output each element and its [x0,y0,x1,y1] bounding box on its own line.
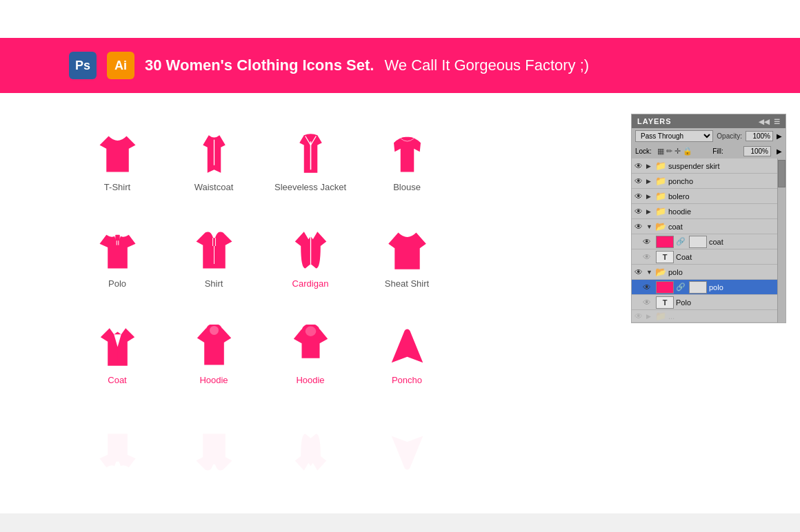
expand-icon[interactable]: ▶ [646,163,653,170]
blouse-icon [385,132,430,176]
icon-hoodie1[interactable]: Hoodie [166,307,262,403]
hoodie2-label: Hoodie [296,375,324,385]
chain-icon: 🔗 [676,283,686,291]
layer-coat-thumb[interactable]: 👁 🔗 coat [632,234,786,249]
layer-polo-thumb[interactable]: 👁 🔗 polo [632,280,786,295]
eye-icon[interactable]: 👁 [634,267,644,277]
layer-coat-folder[interactable]: 👁 ▼ 📂 coat [632,219,786,234]
layer-name-suspender-skirt: suspender skirt [668,162,783,170]
icons-grid: T-Shirt Waistcoat Sleeveless Jacket [69,114,631,500]
tshirt-label: T-Shirt [104,182,130,192]
layer-name-coat-text: Coat [676,253,783,261]
icon-reflection-3 [262,403,359,500]
icon-reflection-4 [359,403,455,500]
polo-label: Polo [108,278,126,289]
folder-icon: 📁 [655,176,666,186]
lock-bar: Lock: ▦ ✏ ✛ 🔒 Fill: ▶ [632,144,786,158]
icon-blouse[interactable]: Blouse [359,114,455,210]
fill-label: Fill: [712,147,723,155]
coat-label: Coat [108,375,126,385]
svg-point-9 [305,327,316,336]
eye-icon[interactable]: 👁 [634,207,644,216]
layer-name-polo-text: Polo [676,298,783,307]
icon-cardigan[interactable]: Cardigan [262,210,359,307]
layer-polo-folder[interactable]: 👁 ▼ 📂 polo [632,265,786,280]
folder-icon: 📁 [655,191,666,201]
icon-sheat-shirt[interactable]: Sheat Shirt [359,210,455,307]
expand-icon[interactable]: ▶ [646,178,653,185]
lock-label: Lock: [635,147,652,155]
eye-icon: 👁 [634,311,644,321]
eye-icon[interactable]: 👁 [634,192,644,201]
expand-icon[interactable]: ▼ [646,223,653,230]
layers-header: LAYERS ◀◀ ☰ [632,114,786,128]
eye-icon[interactable]: 👁 [634,161,644,171]
icon-reflection-2 [166,403,262,500]
folder-icon: 📁 [655,161,666,171]
top-bar [0,0,800,38]
cardigan-icon [288,228,333,273]
sheat-shirt-label: Sheat Shirt [385,278,429,289]
layer-coat-text[interactable]: 👁 T Coat [632,249,786,265]
opacity-label: Opacity: [717,132,742,140]
icon-waistcoat[interactable]: Waistcoat [166,114,262,210]
layer-name-poncho: poncho [668,177,783,185]
layer-thumb-coat-pink [656,236,674,248]
opacity-arrow[interactable]: ▶ [777,132,782,140]
layer-suspender-skirt[interactable]: 👁 ▶ 📁 suspender skirt [632,158,786,174]
expand-icon[interactable]: ▼ [646,269,653,276]
eye-icon[interactable]: 👁 [643,298,652,307]
icon-coat[interactable]: Coat [69,307,166,403]
expand-icon[interactable]: ▶ [646,208,653,215]
layer-hoodie[interactable]: 👁 ▶ 📁 hoodie [632,204,786,219]
shirt-icon [192,228,237,273]
lock-all-icon[interactable]: 🔒 [683,147,692,156]
fill-input[interactable] [743,146,771,156]
layers-scrollbar[interactable] [777,158,786,323]
layer-polo-text[interactable]: 👁 T Polo [632,295,786,310]
icon-poncho[interactable]: Poncho [359,307,455,403]
fill-arrow[interactable]: ▶ [777,147,782,155]
icon-sleeveless-jacket[interactable]: Sleeveless Jacket [262,114,359,210]
blouse-label: Blouse [393,182,421,192]
lock-checkerboard-icon[interactable]: ▦ [657,147,664,156]
eye-icon[interactable]: 👁 [634,176,644,186]
tshirt-icon [95,132,140,176]
layer-thumb-polo-pink [656,281,674,294]
opacity-input[interactable] [746,131,773,141]
blend-mode-select[interactable]: Pass Through [635,130,713,142]
polo-icon [95,228,140,273]
layer-bolero[interactable]: 👁 ▶ 📁 bolero [632,189,786,204]
sleeveless-jacket-icon [288,132,333,176]
chain-icon: 🔗 [676,237,686,246]
poncho-icon [385,325,430,369]
layer-poncho[interactable]: 👁 ▶ 📁 poncho [632,174,786,189]
layer-thumb-coat-white [689,236,707,248]
illustrator-icon: Ai [107,52,134,79]
expand-icon[interactable]: ▶ [646,193,653,200]
icon-hoodie2[interactable]: Hoodie [262,307,359,403]
lock-brush-icon[interactable]: ✏ [666,147,672,156]
layer-thumb-polo-text: T [656,296,674,309]
layer-name-hoodie: hoodie [668,207,783,216]
scrollbar-thumb[interactable] [778,160,786,187]
layer-name-more: ... [668,312,783,320]
hoodie2-icon [288,325,333,369]
eye-icon[interactable]: 👁 [634,222,644,232]
icon-tshirt[interactable]: T-Shirt [69,114,166,210]
layer-more: 👁 ▶ 📁 ... [632,310,786,323]
main-content: T-Shirt Waistcoat Sleeveless Jacket [0,93,800,513]
eye-icon[interactable]: 👁 [643,252,652,262]
blend-bar: Pass Through Opacity: ▶ [632,128,786,144]
folder-icon: 📁 [655,311,666,321]
layer-name-coat-folder: coat [668,223,783,231]
lock-move-icon[interactable]: ✛ [674,147,681,156]
eye-icon[interactable]: 👁 [643,283,652,292]
icon-polo[interactable]: Polo [69,210,166,307]
layers-panel: LAYERS ◀◀ ☰ Pass Through Opacity: ▶ Lock… [631,114,786,323]
shirt-label: Shirt [205,278,223,289]
layer-name-polo: polo [709,283,783,291]
reflection4-icon [385,429,430,474]
eye-icon[interactable]: 👁 [643,237,652,247]
icon-shirt[interactable]: Shirt [166,210,262,307]
